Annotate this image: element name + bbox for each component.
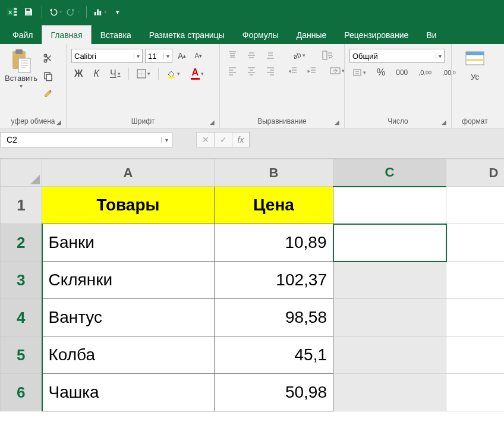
col-header-c[interactable]: C: [333, 159, 446, 187]
svg-text:ab: ab: [292, 51, 301, 60]
font-color-button[interactable]: А: [188, 65, 207, 81]
col-header-d[interactable]: D: [446, 159, 505, 187]
insert-function-button[interactable]: fx: [232, 132, 250, 147]
save-button[interactable]: [21, 5, 36, 19]
cell-d3[interactable]: [446, 262, 505, 299]
tab-file[interactable]: Файл: [4, 25, 42, 44]
underline-button[interactable]: Ч: [107, 67, 124, 81]
cell-c2-active[interactable]: [333, 224, 446, 262]
alignment-dialog-launcher[interactable]: ◢: [335, 119, 339, 125]
row-header-3[interactable]: 3: [1, 262, 42, 299]
percent-button[interactable]: %: [374, 65, 388, 80]
select-all-corner[interactable]: [1, 159, 42, 187]
conditional-formatting-button[interactable]: [462, 49, 488, 70]
increase-font-button[interactable]: A▴: [175, 49, 189, 62]
enter-formula-button[interactable]: ✓: [214, 132, 232, 147]
name-box-dropdown[interactable]: ▾: [161, 137, 172, 143]
tab-insert[interactable]: Вставка: [92, 25, 140, 44]
row-header-4[interactable]: 4: [1, 299, 42, 336]
clipboard-dialog-launcher[interactable]: ◢: [56, 119, 61, 125]
cell-d4[interactable]: [446, 299, 505, 336]
svg-rect-2: [14, 8, 17, 10]
formula-bar: ▾ ✕ ✓ fx: [0, 128, 504, 159]
worksheet[interactable]: A B C D 1 Товары Цена 2 Банки 10,89 3 Ск…: [0, 159, 504, 411]
quick-chart-button[interactable]: [93, 5, 107, 19]
row-header-2[interactable]: 2: [1, 224, 42, 262]
undo-button[interactable]: [48, 5, 62, 19]
italic-button[interactable]: К: [90, 67, 102, 81]
wrap-text-button[interactable]: [319, 49, 336, 62]
number-format-combo[interactable]: Общий▾: [349, 49, 445, 63]
cell-b2[interactable]: 10,89: [215, 224, 333, 262]
number-dialog-launcher[interactable]: ◢: [442, 119, 446, 125]
cond-label-2: формат: [456, 116, 493, 127]
cell-b3[interactable]: 102,37: [215, 262, 333, 299]
cell-c5[interactable]: [333, 336, 446, 374]
row-header-6[interactable]: 6: [1, 374, 42, 411]
cell-d6[interactable]: [446, 374, 505, 411]
align-left-button[interactable]: [225, 64, 240, 77]
cell-c1[interactable]: [333, 187, 446, 224]
cut-button[interactable]: [40, 51, 56, 65]
name-box[interactable]: ▾: [0, 132, 172, 147]
svg-rect-19: [168, 77, 175, 78]
row-header-5[interactable]: 5: [1, 336, 42, 374]
increase-decimal-button[interactable]: ,0,00: [415, 67, 434, 78]
tab-data[interactable]: Данные: [288, 25, 336, 44]
align-center-button[interactable]: [244, 64, 259, 77]
decrease-font-button[interactable]: A▾: [191, 50, 205, 62]
cell-a1[interactable]: Товары: [42, 187, 215, 224]
paste-button[interactable]: Вставить ▾: [5, 49, 37, 116]
tab-home[interactable]: Главная: [42, 25, 91, 44]
cell-b5[interactable]: 45,1: [215, 336, 333, 374]
cell-b1[interactable]: Цена: [215, 187, 333, 224]
bold-button[interactable]: Ж: [71, 67, 86, 81]
cell-a3[interactable]: Склянки: [42, 262, 215, 299]
row-header-1[interactable]: 1: [1, 187, 42, 224]
cell-c6[interactable]: [333, 374, 446, 411]
cell-c3[interactable]: [333, 262, 446, 299]
tab-formulas[interactable]: Формулы: [234, 25, 288, 44]
cell-b6[interactable]: 50,98: [215, 374, 333, 411]
redo-button[interactable]: [66, 5, 80, 19]
align-bottom-button[interactable]: [263, 49, 278, 62]
tab-review[interactable]: Рецензирование: [335, 25, 417, 44]
align-right-button[interactable]: [263, 64, 278, 77]
cell-a4[interactable]: Вантус: [42, 299, 215, 336]
font-dialog-launcher[interactable]: ◢: [210, 119, 215, 125]
borders-button[interactable]: [134, 67, 153, 80]
col-header-b[interactable]: B: [215, 159, 333, 187]
tab-view-partial[interactable]: Ви: [417, 25, 445, 44]
cell-b4[interactable]: 98,58: [215, 299, 333, 336]
cell-d1[interactable]: [446, 187, 505, 224]
increase-indent-button[interactable]: [304, 64, 320, 77]
cell-a6[interactable]: Чашка: [42, 374, 215, 411]
cell-a5[interactable]: Колба: [42, 336, 215, 374]
decrease-indent-button[interactable]: [285, 64, 301, 77]
comma-button[interactable]: 000: [393, 67, 411, 78]
font-size-combo[interactable]: 11▾: [145, 49, 172, 63]
cell-d2[interactable]: [446, 224, 505, 262]
cell-a2[interactable]: Банки: [42, 224, 215, 262]
svg-rect-6: [26, 12, 31, 15]
title-bar: X ▾: [0, 0, 504, 24]
group-styles-partial: Ус формат: [452, 44, 498, 128]
cell-c4[interactable]: [333, 299, 446, 336]
svg-rect-5: [26, 9, 30, 11]
align-middle-button[interactable]: [244, 49, 259, 62]
svg-rect-17: [49, 90, 51, 93]
tab-page-layout[interactable]: Разметка страницы: [140, 25, 234, 44]
font-name-combo[interactable]: Calibri▾: [71, 49, 143, 63]
fill-color-button[interactable]: [163, 67, 183, 80]
customize-qat-button[interactable]: ▾: [111, 5, 125, 19]
cancel-formula-button[interactable]: ✕: [196, 132, 214, 147]
accounting-format-button[interactable]: [349, 66, 369, 79]
cell-d5[interactable]: [446, 336, 505, 374]
orientation-button[interactable]: ab: [289, 49, 308, 62]
align-top-button[interactable]: [225, 49, 240, 62]
copy-button[interactable]: [40, 69, 56, 83]
col-header-a[interactable]: A: [42, 159, 215, 187]
name-box-input[interactable]: [1, 135, 161, 144]
format-painter-button[interactable]: [40, 87, 56, 101]
app-icon: X: [6, 6, 18, 18]
